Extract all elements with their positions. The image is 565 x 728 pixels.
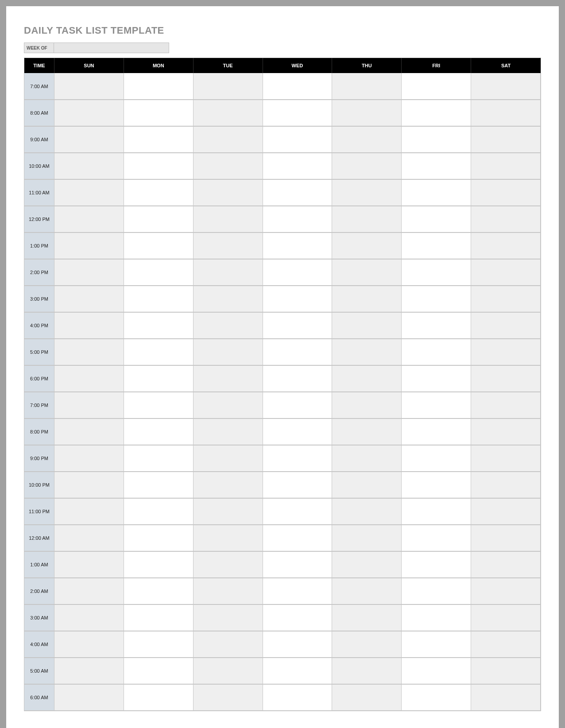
- task-cell[interactable]: [332, 604, 402, 631]
- task-cell[interactable]: [54, 604, 124, 631]
- task-cell[interactable]: [471, 365, 541, 392]
- task-cell[interactable]: [54, 658, 124, 684]
- task-cell[interactable]: [402, 525, 471, 551]
- task-cell[interactable]: [471, 684, 541, 711]
- task-cell[interactable]: [332, 73, 402, 100]
- task-cell[interactable]: [193, 631, 263, 658]
- task-cell[interactable]: [124, 658, 193, 684]
- task-cell[interactable]: [263, 445, 333, 472]
- task-cell[interactable]: [124, 684, 193, 711]
- task-cell[interactable]: [54, 578, 124, 604]
- task-cell[interactable]: [193, 525, 263, 551]
- task-cell[interactable]: [471, 418, 541, 445]
- week-of-input[interactable]: [54, 43, 169, 53]
- task-cell[interactable]: [332, 418, 402, 445]
- task-cell[interactable]: [402, 445, 471, 472]
- task-cell[interactable]: [471, 153, 541, 179]
- task-cell[interactable]: [263, 578, 333, 604]
- task-cell[interactable]: [332, 206, 402, 232]
- task-cell[interactable]: [124, 578, 193, 604]
- task-cell[interactable]: [54, 684, 124, 711]
- task-cell[interactable]: [263, 551, 333, 578]
- task-cell[interactable]: [263, 365, 333, 392]
- task-cell[interactable]: [124, 498, 193, 525]
- task-cell[interactable]: [54, 126, 124, 153]
- task-cell[interactable]: [471, 631, 541, 658]
- task-cell[interactable]: [402, 153, 471, 179]
- task-cell[interactable]: [402, 578, 471, 604]
- task-cell[interactable]: [54, 73, 124, 100]
- task-cell[interactable]: [332, 153, 402, 179]
- task-cell[interactable]: [471, 232, 541, 259]
- task-cell[interactable]: [263, 100, 333, 126]
- task-cell[interactable]: [193, 445, 263, 472]
- task-cell[interactable]: [124, 365, 193, 392]
- task-cell[interactable]: [332, 179, 402, 206]
- task-cell[interactable]: [332, 312, 402, 339]
- task-cell[interactable]: [402, 551, 471, 578]
- task-cell[interactable]: [124, 631, 193, 658]
- task-cell[interactable]: [54, 525, 124, 551]
- task-cell[interactable]: [54, 259, 124, 286]
- task-cell[interactable]: [54, 339, 124, 365]
- task-cell[interactable]: [332, 286, 402, 312]
- task-cell[interactable]: [332, 525, 402, 551]
- task-cell[interactable]: [54, 631, 124, 658]
- task-cell[interactable]: [402, 312, 471, 339]
- task-cell[interactable]: [193, 498, 263, 525]
- task-cell[interactable]: [263, 392, 333, 418]
- task-cell[interactable]: [54, 286, 124, 312]
- task-cell[interactable]: [263, 312, 333, 339]
- task-cell[interactable]: [332, 339, 402, 365]
- task-cell[interactable]: [332, 365, 402, 392]
- task-cell[interactable]: [402, 604, 471, 631]
- task-cell[interactable]: [263, 339, 333, 365]
- task-cell[interactable]: [54, 365, 124, 392]
- task-cell[interactable]: [263, 658, 333, 684]
- task-cell[interactable]: [332, 126, 402, 153]
- task-cell[interactable]: [332, 232, 402, 259]
- task-cell[interactable]: [193, 551, 263, 578]
- task-cell[interactable]: [332, 684, 402, 711]
- task-cell[interactable]: [54, 179, 124, 206]
- task-cell[interactable]: [124, 604, 193, 631]
- task-cell[interactable]: [124, 100, 193, 126]
- task-cell[interactable]: [54, 498, 124, 525]
- task-cell[interactable]: [402, 126, 471, 153]
- task-cell[interactable]: [263, 472, 333, 498]
- task-cell[interactable]: [54, 100, 124, 126]
- task-cell[interactable]: [263, 153, 333, 179]
- task-cell[interactable]: [263, 498, 333, 525]
- task-cell[interactable]: [471, 445, 541, 472]
- task-cell[interactable]: [402, 472, 471, 498]
- task-cell[interactable]: [471, 312, 541, 339]
- task-cell[interactable]: [402, 100, 471, 126]
- task-cell[interactable]: [124, 472, 193, 498]
- task-cell[interactable]: [193, 206, 263, 232]
- task-cell[interactable]: [193, 126, 263, 153]
- task-cell[interactable]: [332, 445, 402, 472]
- task-cell[interactable]: [332, 498, 402, 525]
- task-cell[interactable]: [402, 684, 471, 711]
- task-cell[interactable]: [54, 472, 124, 498]
- task-cell[interactable]: [263, 126, 333, 153]
- task-cell[interactable]: [124, 73, 193, 100]
- task-cell[interactable]: [471, 339, 541, 365]
- task-cell[interactable]: [124, 126, 193, 153]
- task-cell[interactable]: [193, 232, 263, 259]
- task-cell[interactable]: [263, 525, 333, 551]
- task-cell[interactable]: [471, 179, 541, 206]
- task-cell[interactable]: [332, 658, 402, 684]
- task-cell[interactable]: [54, 312, 124, 339]
- task-cell[interactable]: [124, 286, 193, 312]
- task-cell[interactable]: [193, 73, 263, 100]
- task-cell[interactable]: [402, 232, 471, 259]
- task-cell[interactable]: [263, 631, 333, 658]
- task-cell[interactable]: [471, 551, 541, 578]
- task-cell[interactable]: [332, 259, 402, 286]
- task-cell[interactable]: [402, 206, 471, 232]
- task-cell[interactable]: [332, 392, 402, 418]
- task-cell[interactable]: [124, 179, 193, 206]
- task-cell[interactable]: [332, 578, 402, 604]
- task-cell[interactable]: [471, 658, 541, 684]
